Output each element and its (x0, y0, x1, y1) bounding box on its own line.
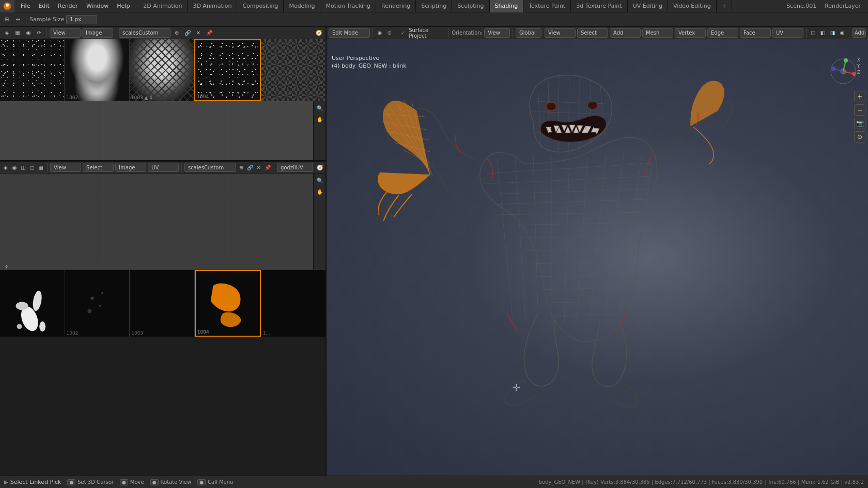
uv-mode-icon[interactable]: ◈ (2, 28, 11, 38)
uv-thumb-4-active[interactable]: 1004 (194, 39, 260, 101)
tool-icon[interactable]: ⊞ (2, 15, 11, 24)
viewport-camera[interactable]: 📷 (854, 118, 865, 129)
face-vp-btn[interactable]: Face (740, 28, 771, 38)
uv-thumb-strip-bottom: 1002 1003 1004 1... (0, 270, 326, 337)
select-menu-bottom[interactable]: Select (83, 163, 114, 172)
render-mode-3[interactable]: ◨ (828, 28, 836, 38)
datablock-new[interactable]: ⊕ (172, 28, 181, 38)
viewport-zoom-in[interactable]: + (854, 91, 865, 102)
menu-render[interactable]: Render (54, 0, 82, 12)
image-menu-top[interactable]: Image (82, 28, 113, 38)
tab-sculpting[interactable]: Sculpting (452, 0, 489, 12)
uv-canvas-top[interactable]: 🔍 ✋ (0, 101, 326, 160)
uv-thumb-1[interactable] (0, 39, 65, 101)
global-dropdown[interactable]: Global (516, 28, 541, 38)
tab-3d-animation[interactable]: 3D Animation (188, 0, 237, 12)
select-linked-pick[interactable]: ▶ Select Linked Pick (4, 479, 61, 485)
svg-point-6 (16, 302, 28, 310)
uv-thumb-5[interactable] (261, 39, 326, 101)
tab-uv-editing[interactable]: UV Editing (628, 0, 668, 12)
add-vp-btn[interactable]: Add (610, 28, 641, 38)
uv-mode-icon-b[interactable]: ◈ (2, 163, 9, 172)
menu-edit[interactable]: Edit (34, 0, 53, 12)
tab-texture-paint[interactable]: Texture Paint (523, 0, 571, 12)
transform-icon[interactable]: ↔ (13, 15, 23, 24)
render-mode-1[interactable]: ◫ (809, 28, 817, 38)
local-view-icon[interactable]: ◉ (376, 28, 384, 38)
svg-line-83 (620, 379, 642, 380)
magnify-icon-bottom[interactable]: 🔍 (315, 176, 324, 185)
viewport-shading-extra[interactable]: Add (852, 28, 866, 38)
render-mode-2[interactable]: ◧ (819, 28, 827, 38)
view-menu-bottom[interactable]: View (50, 163, 81, 172)
uv-thumb-b4-active[interactable]: 1004 (195, 270, 261, 337)
viewport-background: User Perspective (4) body_GEO_NEW : blin… (327, 39, 868, 476)
tab-shading[interactable]: Shading (490, 0, 524, 12)
hand-icon-bottom[interactable]: ✋ (315, 187, 324, 196)
viewport-zoom-out[interactable]: − (854, 104, 865, 116)
sample-size-input[interactable]: 1 px (66, 15, 97, 24)
db-link-b[interactable]: 🔗 (246, 163, 254, 172)
view-menu-top[interactable]: View (50, 28, 81, 38)
datablock-unlink[interactable]: ✕ (194, 28, 203, 38)
uv-island-icon[interactable]: ▦ (37, 163, 44, 172)
uv-menu-bottom[interactable]: UV (148, 163, 179, 172)
menu-file[interactable]: File (17, 0, 34, 12)
uv-canvas-bottom[interactable]: 🔍 ✋ (0, 174, 326, 270)
uv-name-bottom[interactable]: godziIUV (277, 163, 313, 172)
tab-video-editing[interactable]: Video Editing (668, 0, 717, 12)
uv-sync-icon[interactable]: ⟳ (35, 28, 44, 38)
datablock-top[interactable]: scalesCustom (119, 28, 171, 38)
uv-edge-icon[interactable]: ◫ (20, 163, 27, 172)
uv-thumb-3[interactable]: 1003 ▲ 4 (130, 39, 194, 101)
uv-canvas-content-top (0, 101, 313, 160)
overlays-icon[interactable]: ⊙ (385, 28, 394, 38)
vertex-vp-btn[interactable]: Vertex (675, 28, 706, 38)
viewport-3d-area[interactable]: User Perspective (4) body_GEO_NEW : blin… (327, 39, 868, 476)
viewport-overlay[interactable]: ⊙ (854, 131, 865, 143)
uv-thumb-b2[interactable]: 1002 (65, 270, 130, 337)
db-new-b[interactable]: ⊕ (238, 163, 245, 172)
tab-compositing[interactable]: Compositing (237, 0, 284, 12)
datablock-bottom[interactable]: scalesCustom (184, 163, 236, 172)
tab-rendering[interactable]: Rendering (376, 0, 416, 12)
image-menu-bottom[interactable]: Image (115, 163, 146, 172)
surface-project-check[interactable]: ✓ (399, 28, 407, 38)
orientation-dropdown[interactable]: View (484, 28, 510, 38)
uv-face-icon[interactable]: ◻ (28, 163, 36, 172)
tab-modeling[interactable]: Modeling (284, 0, 320, 12)
tab-3d-texture-paint[interactable]: 3d Texture Paint (571, 0, 627, 12)
pin-datablock[interactable]: 📌 (205, 28, 214, 38)
menu-help[interactable]: Help (113, 0, 134, 12)
select-vp-btn[interactable]: Select (577, 28, 608, 38)
hand-icon-top[interactable]: ✋ (315, 115, 324, 124)
tab-add[interactable]: + (717, 0, 732, 12)
magnify-icon-top[interactable]: 🔍 (315, 103, 324, 113)
uv-thumb-b5[interactable]: 1... (261, 270, 326, 337)
view-vp-btn[interactable]: View (545, 28, 576, 38)
compass-b[interactable]: 🧭 (316, 163, 323, 172)
db-pin-b[interactable]: 📌 (264, 163, 271, 172)
db-unlink-b[interactable]: ✕ (255, 163, 262, 172)
svg-point-91 (831, 67, 835, 71)
uv-thumb-2[interactable]: 1002 (65, 39, 129, 101)
tab-scripting[interactable]: Scripting (416, 0, 452, 12)
tab-motion-tracking[interactable]: Motion Tracking (320, 0, 376, 12)
mesh-vp-btn[interactable]: Mesh (642, 28, 673, 38)
uv-compass[interactable]: 🧭 (314, 28, 323, 38)
navigation-gizmo[interactable]: X Y Z (829, 57, 855, 83)
uv-pin-icon[interactable]: ◉ (24, 28, 33, 38)
tab-2d-animation[interactable]: 2D Animation (138, 0, 188, 12)
uv-thumb-b3[interactable]: 1003 (130, 270, 195, 337)
svg-line-19 (515, 235, 639, 238)
datablock-link[interactable]: 🔗 (183, 28, 192, 38)
edit-mode-dropdown[interactable]: Edit Mode (329, 28, 370, 38)
uv-vert-icon[interactable]: ◉ (11, 163, 18, 172)
render-mode-4[interactable]: ◉ (838, 28, 846, 38)
uv-thumb-b1[interactable] (0, 270, 65, 337)
bottom-cursor: ✛ (4, 264, 8, 270)
edge-vp-btn[interactable]: Edge (707, 28, 738, 38)
uv-vp-btn[interactable]: UV (772, 28, 803, 38)
menu-window[interactable]: Window (82, 0, 113, 12)
uv-select-icon[interactable]: ▦ (13, 28, 22, 38)
